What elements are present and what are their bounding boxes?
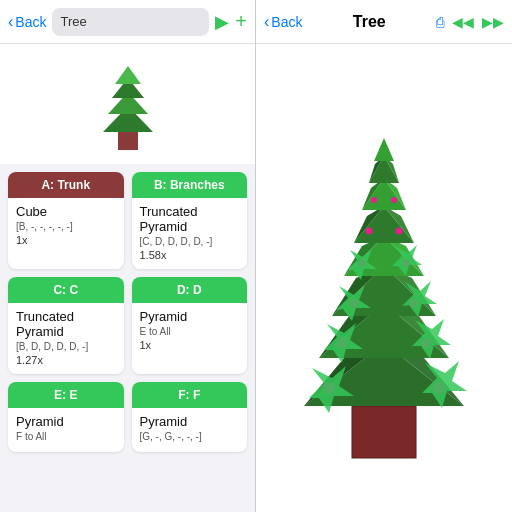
card-C-rule: [B, D, D, D, D, -] xyxy=(16,341,116,352)
svg-point-47 xyxy=(391,197,397,203)
right-back-chevron-icon: ‹ xyxy=(264,13,269,31)
card-A-scale: 1x xyxy=(16,234,116,246)
card-C-header: C: C xyxy=(8,277,124,303)
tree-3d-view xyxy=(256,44,512,512)
large-tree-svg xyxy=(274,88,494,468)
cards-grid: A: Trunk Cube [B, -, -, -, -, -] 1x B: B… xyxy=(0,164,255,512)
card-F-body: Pyramid [G, -, G, -, -, -] xyxy=(132,408,248,452)
left-tree-preview xyxy=(0,44,255,164)
card-E-name: Pyramid xyxy=(16,414,116,429)
card-B[interactable]: B: Branches Truncated Pyramid [C, D, D, … xyxy=(132,172,248,269)
right-back-button[interactable]: ‹ Back xyxy=(264,13,302,31)
svg-rect-5 xyxy=(352,406,416,458)
svg-rect-0 xyxy=(118,132,138,150)
card-F-rule: [G, -, G, -, -, -] xyxy=(140,431,240,442)
add-button[interactable]: + xyxy=(235,10,247,33)
card-C-body: Truncated Pyramid [B, D, D, D, D, -] 1.2… xyxy=(8,303,124,374)
card-E-body: Pyramid F to All xyxy=(8,408,124,452)
card-D-rule: E to All xyxy=(140,326,240,337)
svg-point-42 xyxy=(396,228,403,235)
next-button[interactable]: ▶▶ xyxy=(482,14,504,30)
card-A-name: Cube xyxy=(16,204,116,219)
right-header-actions: ⎙ ◀◀ ▶▶ xyxy=(436,14,504,30)
right-title: Tree xyxy=(308,13,430,31)
card-B-scale: 1.58x xyxy=(140,249,240,261)
card-D-header: D: D xyxy=(132,277,248,303)
card-A[interactable]: A: Trunk Cube [B, -, -, -, -, -] 1x xyxy=(8,172,124,269)
left-panel: ‹ Back Tree ▶ + A: Trunk xyxy=(0,0,256,512)
svg-point-41 xyxy=(366,228,373,235)
card-A-rule: [B, -, -, -, -, -] xyxy=(16,221,116,232)
card-D-scale: 1x xyxy=(140,339,240,351)
card-B-header: B: Branches xyxy=(132,172,248,198)
search-value: Tree xyxy=(60,14,86,29)
right-header: ‹ Back Tree ⎙ ◀◀ ▶▶ xyxy=(256,0,512,44)
left-back-label: Back xyxy=(15,14,46,30)
card-E-rule: F to All xyxy=(16,431,116,442)
left-header: ‹ Back Tree ▶ + xyxy=(0,0,255,44)
card-F-name: Pyramid xyxy=(140,414,240,429)
left-search-input[interactable]: Tree xyxy=(52,8,209,36)
share-button[interactable]: ⎙ xyxy=(436,14,444,30)
svg-point-46 xyxy=(371,197,377,203)
card-D[interactable]: D: D Pyramid E to All 1x xyxy=(132,277,248,374)
card-B-name: Truncated Pyramid xyxy=(140,204,240,234)
card-D-name: Pyramid xyxy=(140,309,240,324)
right-panel: ‹ Back Tree ⎙ ◀◀ ▶▶ xyxy=(256,0,512,512)
card-A-body: Cube [B, -, -, -, -, -] 1x xyxy=(8,198,124,254)
card-D-body: Pyramid E to All 1x xyxy=(132,303,248,359)
card-E-header: E: E xyxy=(8,382,124,408)
small-tree-svg xyxy=(88,54,168,154)
card-F[interactable]: F: F Pyramid [G, -, G, -, -, -] xyxy=(132,382,248,452)
right-back-label: Back xyxy=(271,14,302,30)
card-A-header: A: Trunk xyxy=(8,172,124,198)
card-F-header: F: F xyxy=(132,382,248,408)
card-B-body: Truncated Pyramid [C, D, D, D, D, -] 1.5… xyxy=(132,198,248,269)
play-button[interactable]: ▶ xyxy=(215,11,229,33)
prev-button[interactable]: ◀◀ xyxy=(452,14,474,30)
svg-marker-51 xyxy=(374,138,394,161)
left-back-button[interactable]: ‹ Back xyxy=(8,13,46,31)
card-C-scale: 1.27x xyxy=(16,354,116,366)
card-B-rule: [C, D, D, D, D, -] xyxy=(140,236,240,247)
svg-marker-4 xyxy=(115,66,141,84)
card-E[interactable]: E: E Pyramid F to All xyxy=(8,382,124,452)
back-chevron-icon: ‹ xyxy=(8,13,13,31)
card-C-name: Truncated Pyramid xyxy=(16,309,116,339)
card-C[interactable]: C: C Truncated Pyramid [B, D, D, D, D, -… xyxy=(8,277,124,374)
